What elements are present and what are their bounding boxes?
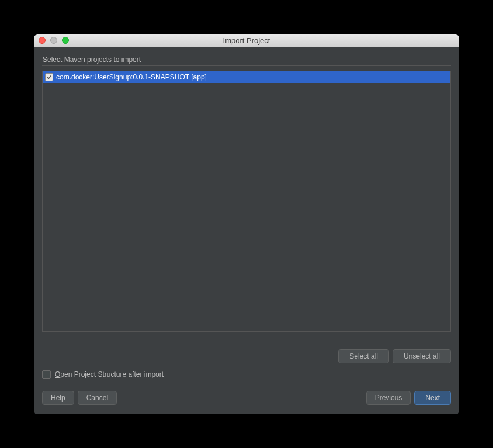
next-button[interactable]: Next xyxy=(414,391,451,405)
subtitle: Select Maven projects to import xyxy=(42,55,451,64)
help-button[interactable]: Help xyxy=(42,391,74,405)
dialog-content: Select Maven projects to import com.dock… xyxy=(34,47,459,414)
open-structure-label: Open Project Structure after import xyxy=(55,370,164,378)
dialog-button-row: Help Cancel Previous Next xyxy=(42,391,451,405)
unselect-all-button[interactable]: Unselect all xyxy=(393,349,451,363)
open-structure-option[interactable]: Open Project Structure after import xyxy=(42,370,451,379)
select-all-button[interactable]: Select all xyxy=(338,349,389,363)
divider xyxy=(42,65,451,66)
previous-button[interactable]: Previous xyxy=(366,391,411,405)
project-label: com.docker:UserSignup:0.0.1-SNAPSHOT [ap… xyxy=(56,73,207,81)
check-icon xyxy=(46,74,52,80)
window-title: Import Project xyxy=(34,36,459,45)
titlebar[interactable]: Import Project xyxy=(34,34,459,47)
project-list[interactable]: com.docker:UserSignup:0.0.1-SNAPSHOT [ap… xyxy=(42,71,451,332)
select-buttons-row: Select all Unselect all xyxy=(42,349,451,363)
project-checkbox[interactable] xyxy=(45,73,53,81)
minimize-icon xyxy=(50,37,57,44)
project-list-item[interactable]: com.docker:UserSignup:0.0.1-SNAPSHOT [ap… xyxy=(43,71,450,83)
right-button-group: Previous Next xyxy=(366,391,451,405)
import-project-window: Import Project Select Maven projects to … xyxy=(34,34,459,414)
maximize-icon[interactable] xyxy=(62,37,69,44)
close-icon[interactable] xyxy=(39,37,46,44)
left-button-group: Help Cancel xyxy=(42,391,117,405)
open-structure-checkbox[interactable] xyxy=(42,370,51,379)
traffic-lights xyxy=(34,37,69,44)
cancel-button[interactable]: Cancel xyxy=(78,391,117,405)
